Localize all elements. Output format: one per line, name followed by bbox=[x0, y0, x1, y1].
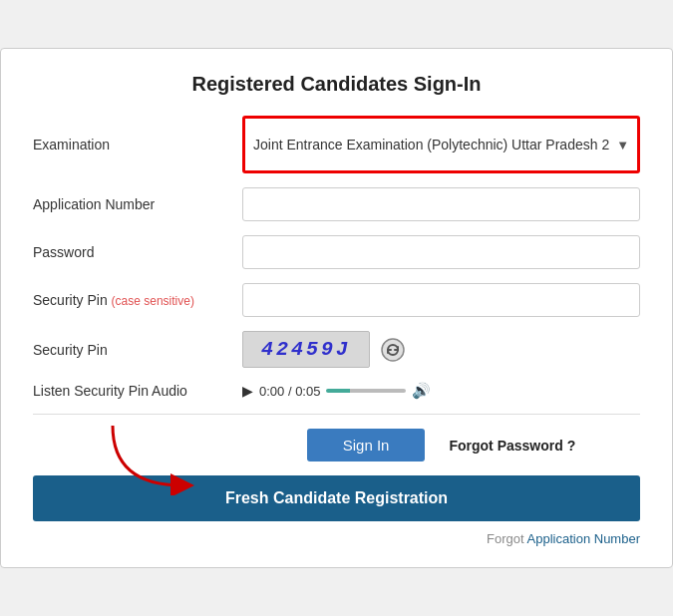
security-pin-display-row: Security Pin 42459J bbox=[33, 331, 640, 368]
examination-select-wrapper[interactable]: Joint Entrance Examination (Polytechnic)… bbox=[242, 116, 640, 173]
examination-select[interactable]: Joint Entrance Examination (Polytechnic)… bbox=[245, 119, 637, 170]
password-input[interactable] bbox=[242, 235, 640, 269]
examination-row: Examination Joint Entrance Examination (… bbox=[33, 116, 640, 173]
main-container: Registered Candidates Sign-In Examinatio… bbox=[0, 48, 673, 568]
forgot-application-link[interactable]: Forgot Application Number bbox=[487, 531, 640, 546]
play-button[interactable]: ▶ bbox=[242, 383, 253, 399]
application-number-input[interactable] bbox=[242, 187, 640, 221]
password-row: Password bbox=[33, 235, 640, 269]
application-number-word: Application Number bbox=[527, 531, 640, 546]
refresh-icon bbox=[380, 337, 406, 363]
audio-player: ▶ 0:00 / 0:05 🔊 bbox=[242, 382, 431, 400]
action-row: Sign In Forgot Password ? bbox=[33, 429, 640, 462]
application-number-row: Application Number bbox=[33, 187, 640, 221]
password-label: Password bbox=[33, 244, 242, 260]
audio-progress-bar[interactable] bbox=[326, 389, 406, 393]
fresh-registration-section: Fresh Candidate Registration bbox=[33, 475, 640, 521]
security-pin-input-label: Security Pin (case sensitive) bbox=[33, 292, 242, 308]
examination-label: Examination bbox=[33, 137, 242, 153]
security-pin-value: 42459J bbox=[242, 331, 370, 368]
signin-button[interactable]: Sign In bbox=[307, 429, 426, 462]
volume-icon: 🔊 bbox=[412, 382, 431, 400]
application-number-label: Application Number bbox=[33, 196, 242, 212]
security-pin-input[interactable] bbox=[242, 283, 640, 317]
security-pin-display: 42459J bbox=[242, 331, 406, 368]
page-title: Registered Candidates Sign-In bbox=[33, 73, 640, 96]
security-pin-input-row: Security Pin (case sensitive) bbox=[33, 283, 640, 317]
forgot-application-row: Forgot Application Number bbox=[33, 529, 640, 547]
divider bbox=[33, 414, 640, 415]
fresh-registration-button[interactable]: Fresh Candidate Registration bbox=[33, 475, 640, 521]
svg-point-0 bbox=[382, 339, 404, 361]
security-pin-display-label: Security Pin bbox=[33, 342, 242, 358]
forgot-password-link[interactable]: Forgot Password ? bbox=[449, 438, 575, 454]
refresh-captcha-button[interactable] bbox=[380, 337, 406, 363]
forgot-word: Forgot bbox=[487, 531, 526, 546]
audio-row: Listen Security Pin Audio ▶ 0:00 / 0:05 … bbox=[33, 382, 640, 400]
audio-label: Listen Security Pin Audio bbox=[33, 383, 242, 399]
audio-time: 0:00 / 0:05 bbox=[259, 384, 320, 399]
